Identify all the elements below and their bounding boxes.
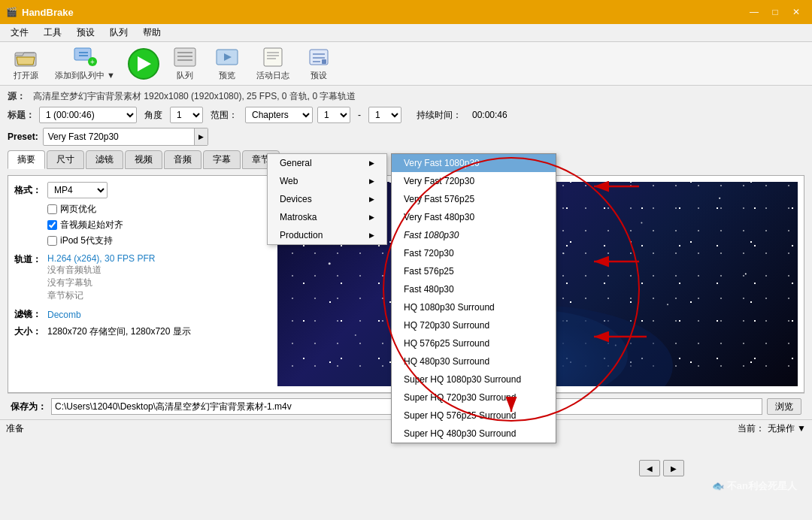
app-icon: 🎬 bbox=[6, 7, 17, 17]
status-bar: 准备 当前： 无操作 ▼ bbox=[0, 419, 812, 437]
checkbox-av-align[interactable]: 音视频起始对齐 bbox=[47, 219, 270, 231]
range-to-select[interactable]: 1 bbox=[368, 107, 401, 123]
menu-tools[interactable]: 工具 bbox=[36, 25, 69, 41]
nav-arrows: ◀ ▶ bbox=[639, 460, 684, 476]
tracks-row: 轨道： H.264 (x264), 30 FPS PFR 没有音频轨道 没有字幕… bbox=[14, 253, 270, 302]
checkbox-web-optimize[interactable]: 网页优化 bbox=[47, 203, 270, 216]
svg-text:+: + bbox=[90, 58, 95, 66]
svg-rect-1 bbox=[74, 48, 91, 60]
menu-queue[interactable]: 队列 bbox=[102, 25, 135, 41]
presets-toolbar-label: 预设 bbox=[311, 70, 327, 81]
format-select[interactable]: MP4 bbox=[47, 182, 108, 198]
queue-icon bbox=[173, 46, 197, 68]
svg-point-26 bbox=[329, 262, 331, 265]
preset-current-value: Very Fast 720p30 bbox=[44, 128, 194, 145]
svg-point-25 bbox=[563, 252, 565, 254]
tab-size[interactable]: 尺寸 bbox=[47, 150, 84, 169]
format-label: 格式： bbox=[14, 184, 41, 197]
app-title: HandBrake bbox=[22, 7, 74, 18]
svg-point-27 bbox=[745, 273, 747, 274]
tab-summary[interactable]: 摘要 bbox=[8, 150, 45, 169]
open-source-button[interactable]: 打开源 bbox=[6, 42, 45, 85]
source-value: 高清星空梦幻宇宙背景素材 1920x1080 (1920x1080), 25 F… bbox=[33, 90, 356, 103]
svg-rect-12 bbox=[264, 48, 282, 66]
angle-select[interactable]: 1 bbox=[170, 107, 203, 123]
format-row: 格式： MP4 bbox=[14, 182, 270, 198]
presets-icon bbox=[307, 46, 331, 68]
title-bar-left: 🎬 HandBrake bbox=[6, 7, 74, 18]
presets-button[interactable]: 预设 bbox=[299, 42, 338, 85]
title-select[interactable]: 1 (00:00:46) bbox=[39, 107, 137, 123]
angle-label: 角度 bbox=[144, 109, 162, 122]
save-path-input[interactable] bbox=[51, 398, 762, 415]
web-optimize-checkbox[interactable] bbox=[47, 204, 57, 214]
preset-dropdown-arrow[interactable]: ▶ bbox=[194, 128, 208, 145]
add-to-queue-button[interactable]: + 添加到队列中 ▼ bbox=[48, 42, 122, 85]
svg-rect-20 bbox=[322, 59, 326, 64]
open-source-icon bbox=[14, 46, 38, 68]
preview-icon bbox=[215, 46, 239, 68]
ipod-checkbox[interactable] bbox=[47, 236, 57, 246]
preset-label: Preset: bbox=[8, 132, 38, 142]
svg-point-24 bbox=[719, 198, 720, 199]
svg-point-31 bbox=[355, 334, 356, 336]
start-encode-button[interactable] bbox=[128, 48, 159, 80]
tab-filter[interactable]: 滤镜 bbox=[86, 150, 123, 169]
range-from-select[interactable]: 1 bbox=[317, 107, 350, 123]
subtitle-track: 没有字幕轨 bbox=[47, 277, 155, 289]
menu-bar: 文件 工具 预设 队列 帮助 bbox=[0, 24, 812, 42]
queue-button[interactable]: 队列 bbox=[165, 42, 205, 85]
filter-value: Decomb bbox=[47, 310, 81, 320]
source-label: 源： bbox=[8, 90, 29, 103]
title-bar: 🎬 HandBrake — □ ✕ bbox=[0, 0, 812, 24]
tab-chapters[interactable]: 章节 bbox=[242, 150, 280, 169]
title-label: 标题： bbox=[8, 109, 35, 122]
size-value: 1280x720 存储空间, 1280x720 显示 bbox=[47, 325, 191, 338]
title-bar-controls: — □ ✕ bbox=[744, 4, 806, 20]
tab-audio[interactable]: 音频 bbox=[164, 150, 201, 169]
svg-point-34 bbox=[402, 306, 673, 386]
watermark: 🐟 不an利会死星人 bbox=[712, 479, 797, 493]
av-align-checkbox[interactable] bbox=[47, 220, 57, 230]
range-to-label: - bbox=[358, 110, 361, 120]
menu-presets[interactable]: 预设 bbox=[69, 25, 102, 41]
next-arrow-button[interactable]: ▶ bbox=[663, 460, 684, 476]
tab-video[interactable]: 视频 bbox=[125, 150, 162, 169]
activity-log-button[interactable]: 活动日志 bbox=[250, 42, 296, 85]
svg-point-23 bbox=[641, 222, 642, 223]
thumbnail-area bbox=[277, 182, 798, 386]
tab-subtitle[interactable]: 字幕 bbox=[203, 150, 241, 169]
form-section: 格式： MP4 网页优化 音视频起始对齐 iPod 5代支持 轨道： bbox=[14, 182, 270, 386]
prev-arrow-button[interactable]: ◀ bbox=[639, 460, 660, 476]
close-button[interactable]: ✕ bbox=[786, 4, 806, 20]
star-svg bbox=[277, 182, 798, 386]
menu-file[interactable]: 文件 bbox=[3, 25, 36, 41]
chapter-track: 章节标记 bbox=[47, 289, 155, 302]
minimize-button[interactable]: — bbox=[744, 4, 764, 20]
toolbar: 打开源 + 添加到队列中 ▼ 队列 bbox=[0, 42, 812, 86]
content-panel: 格式： MP4 网页优化 音视频起始对齐 iPod 5代支持 轨道： bbox=[8, 175, 804, 393]
preview-label: 预览 bbox=[219, 70, 235, 81]
preview-button[interactable]: 预览 bbox=[208, 42, 247, 85]
duration-label: 持续时间： bbox=[417, 109, 462, 122]
add-queue-icon: + bbox=[73, 46, 97, 68]
open-source-label: 打开源 bbox=[14, 70, 38, 81]
title-row: 标题： 1 (00:00:46) 角度 1 范围： Chapters 1 - 1… bbox=[8, 107, 804, 123]
add-queue-label: 添加到队列中 ▼ bbox=[55, 70, 115, 81]
svg-rect-6 bbox=[174, 48, 195, 66]
range-label: 范围： bbox=[211, 109, 238, 122]
svg-point-28 bbox=[433, 294, 435, 295]
checkbox-section: 网页优化 音视频起始对齐 iPod 5代支持 bbox=[47, 203, 270, 247]
queue-label: 队列 bbox=[177, 70, 193, 81]
main-content: 源： 高清星空梦幻宇宙背景素材 1920x1080 (1920x1080), 2… bbox=[0, 86, 812, 393]
menu-help[interactable]: 帮助 bbox=[135, 25, 168, 41]
preset-row: Preset: Very Fast 720p30 ▶ bbox=[8, 128, 804, 146]
preset-input-wrap[interactable]: Very Fast 720p30 ▶ bbox=[43, 128, 208, 146]
maximize-button[interactable]: □ bbox=[765, 4, 785, 20]
svg-point-29 bbox=[667, 304, 668, 305]
checkbox-ipod[interactable]: iPod 5代支持 bbox=[47, 234, 270, 247]
range-select[interactable]: Chapters bbox=[245, 107, 313, 123]
save-row: 保存为： 浏览 bbox=[8, 393, 804, 419]
svg-point-21 bbox=[380, 212, 382, 213]
browse-button[interactable]: 浏览 bbox=[767, 398, 801, 415]
